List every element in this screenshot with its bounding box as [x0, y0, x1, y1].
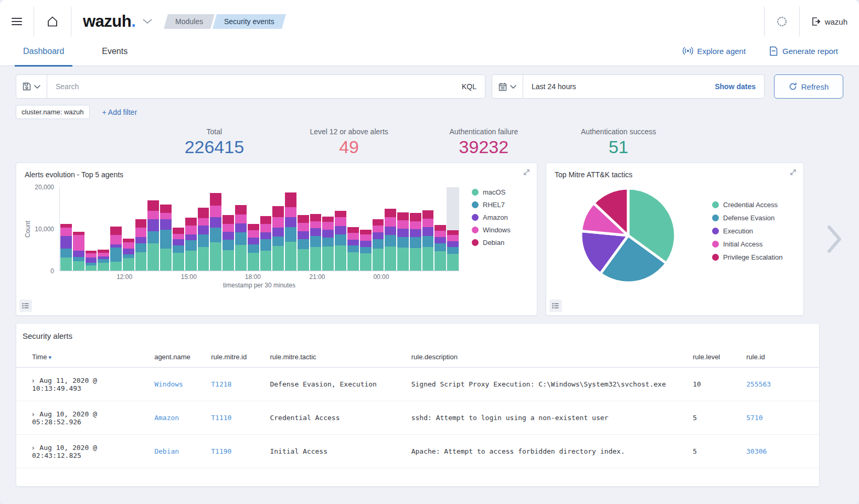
agent-name-link[interactable]: Debian — [154, 447, 179, 455]
tab-events[interactable]: Events — [100, 37, 130, 66]
tab-dashboard[interactable]: Dashboard — [21, 37, 66, 66]
expand-row-icon[interactable]: › — [32, 444, 34, 452]
show-dates-button[interactable]: Show dates — [715, 82, 764, 91]
column-header-rule-id[interactable]: rule.id — [746, 347, 819, 368]
inspect-data-button[interactable] — [19, 299, 32, 312]
time-cell: ›Aug 11, 2020 @ 10:13:49.493 — [16, 368, 154, 401]
bar[interactable] — [409, 187, 422, 271]
inspect-data-button[interactable] — [549, 299, 562, 312]
bar-chart-yaxis: Count 010,00020,000 — [18, 187, 59, 271]
time-range-value[interactable]: Last 24 hours — [523, 82, 715, 91]
bar-chart-bars[interactable] — [60, 187, 459, 271]
filter-row: cluster.name: wazuh + Add filter — [16, 105, 843, 119]
mitre-id-link[interactable]: T1190 — [211, 447, 231, 455]
expand-panel-icon[interactable] — [523, 168, 531, 176]
user-menu[interactable]: wazuh — [800, 6, 859, 37]
security-alerts-panel: Security alerts Time ▾agent.namerule.mit… — [16, 323, 820, 487]
series-legend-amazon[interactable]: Amazon — [472, 213, 511, 221]
calendar-menu-button[interactable] — [492, 75, 523, 98]
tactic-legend-execution[interactable]: Execution — [712, 227, 782, 235]
bar[interactable] — [272, 187, 284, 271]
series-legend-debian[interactable]: Debian — [472, 239, 511, 246]
bar[interactable] — [284, 187, 297, 271]
x-tick-label: 21:00 — [309, 273, 325, 281]
series-legend-windows[interactable]: Windows — [472, 226, 511, 234]
bar[interactable] — [297, 187, 310, 271]
tactic-legend-defense-evasion[interactable]: Defense Evasion — [712, 214, 782, 222]
series-legend-rhel7[interactable]: RHEL7 — [472, 201, 511, 209]
y-axis-title: Count — [24, 221, 31, 238]
home-button[interactable] — [34, 6, 71, 37]
tactic-legend-credential-access[interactable]: Credential Access — [712, 201, 782, 209]
saved-queries-button[interactable] — [16, 75, 47, 98]
column-header-agent-name[interactable]: agent.name — [154, 347, 211, 368]
breadcrumb-security-events[interactable]: Security events — [213, 14, 286, 29]
content: KQL Last 24 hours Show dates — [0, 66, 859, 487]
bar[interactable] — [160, 187, 172, 271]
expand-row-icon[interactable]: › — [32, 377, 34, 384]
agent-name-link[interactable]: Amazon — [154, 414, 179, 422]
description-cell: Apache: Attempt to access forbidden dire… — [411, 435, 693, 468]
filter-pill-cluster-name[interactable]: cluster.name: wazuh — [16, 105, 90, 119]
bar[interactable] — [422, 187, 434, 271]
search-input[interactable] — [47, 82, 453, 91]
chevron-down-icon[interactable] — [143, 19, 152, 24]
next-panel-chevron[interactable] — [825, 223, 843, 255]
bar[interactable] — [322, 187, 334, 271]
bar[interactable] — [359, 187, 372, 271]
column-header-rule-level[interactable]: rule.level — [693, 347, 746, 368]
rule-id-link[interactable]: 255563 — [746, 380, 771, 388]
column-header-rule-description[interactable]: rule.description — [411, 347, 693, 368]
tactic-legend-initial-access[interactable]: Initial Access — [712, 240, 782, 248]
bar[interactable] — [372, 187, 385, 271]
refresh-button[interactable]: Refresh — [774, 74, 843, 99]
mitre-id-link[interactable]: T1110 — [211, 414, 231, 422]
bar[interactable] — [110, 187, 122, 271]
bar[interactable] — [434, 187, 447, 271]
bar[interactable] — [147, 187, 160, 271]
add-filter-button[interactable]: + Add filter — [102, 108, 137, 116]
tactic-legend-privilege-escalation[interactable]: Privilege Escalation — [712, 253, 782, 261]
bar[interactable] — [172, 187, 185, 271]
bar-chart-xaxis: 12:0015:0018:0021:0000:00 — [59, 271, 459, 281]
bar[interactable] — [347, 187, 359, 271]
generate-report-button[interactable]: Generate report — [769, 46, 838, 56]
bar[interactable] — [260, 187, 272, 271]
column-header-rule-mitre-tactic[interactable]: rule.mitre.tactic — [270, 347, 411, 368]
agent-name-link[interactable]: Windows — [154, 380, 183, 388]
mitre-id-link[interactable]: T1218 — [211, 380, 231, 388]
menu-button[interactable] — [0, 6, 34, 37]
bar[interactable] — [447, 187, 459, 271]
query-language-button[interactable]: KQL — [453, 82, 485, 91]
bar[interactable] — [222, 187, 235, 271]
bar[interactable] — [185, 187, 197, 271]
bar[interactable] — [85, 187, 98, 271]
bar[interactable] — [334, 187, 347, 271]
y-tick-label: 20,000 — [35, 184, 54, 191]
column-header-rule-mitre-id[interactable]: rule.mitre.id — [211, 347, 270, 368]
bar[interactable] — [235, 187, 247, 271]
breadcrumb-modules[interactable]: Modules — [164, 14, 215, 29]
health-status-button[interactable] — [765, 6, 799, 37]
expand-panel-icon[interactable] — [789, 168, 797, 176]
bar[interactable] — [384, 187, 397, 271]
bar[interactable] — [72, 187, 85, 271]
bar[interactable] — [197, 187, 210, 271]
x-tick-label: 00:00 — [373, 273, 389, 281]
bar[interactable] — [310, 187, 322, 271]
bar[interactable] — [247, 187, 260, 271]
bar[interactable] — [122, 187, 135, 271]
rule-id-link[interactable]: 30306 — [746, 447, 767, 455]
explore-agent-button[interactable]: Explore agent — [683, 47, 746, 56]
bar[interactable] — [97, 187, 110, 271]
pie-chart-canvas[interactable] — [577, 184, 680, 287]
series-legend-macos[interactable]: macOS — [472, 188, 511, 196]
expand-row-icon[interactable]: › — [32, 410, 34, 418]
bar[interactable] — [60, 187, 72, 271]
column-header-time[interactable]: Time ▾ — [16, 347, 154, 368]
logo-area[interactable]: wazuh. ModulesSecurity events — [71, 6, 295, 37]
rule-id-link[interactable]: 5710 — [746, 414, 762, 422]
bar[interactable] — [209, 187, 222, 271]
bar[interactable] — [397, 187, 409, 271]
bar[interactable] — [135, 187, 147, 271]
